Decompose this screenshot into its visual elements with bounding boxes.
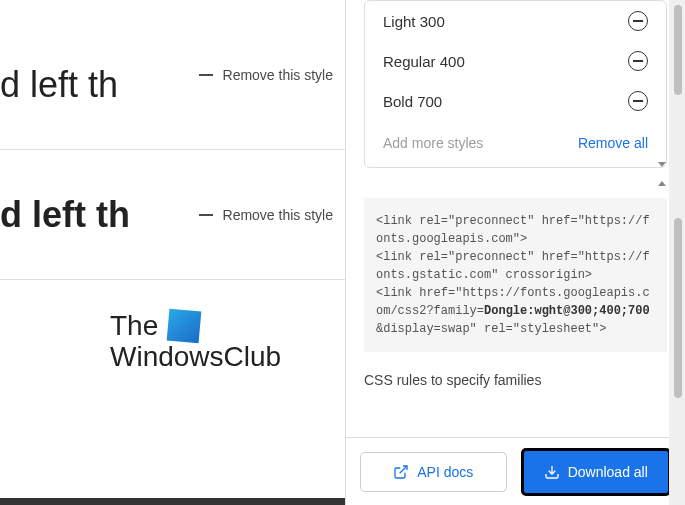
- right-sidebar-panel: Light 300 Regular 400 Bold 700 Add more …: [345, 0, 685, 505]
- download-all-button[interactable]: Download all: [521, 448, 672, 496]
- sample-text-light: d left th: [0, 64, 175, 106]
- external-link-icon: [393, 464, 409, 480]
- style-item: Light 300: [383, 1, 648, 41]
- style-label: Bold 700: [383, 93, 442, 110]
- remove-style-label: Remove this style: [223, 67, 333, 83]
- code-line: <link href="https://fonts.googleapis.com…: [376, 284, 655, 338]
- scrollbar-thumb[interactable]: [674, 5, 682, 95]
- code-line: <link rel="preconnect" href="https://fon…: [376, 212, 655, 248]
- minus-icon: [199, 214, 213, 216]
- left-preview-panel: d left th Remove this style d left th Re…: [0, 0, 345, 505]
- minus-icon: [199, 74, 213, 76]
- api-docs-button[interactable]: API docs: [360, 452, 507, 492]
- font-sample-row: d left th Remove this style: [0, 0, 345, 150]
- logo-text-line2: WindowsClub: [110, 342, 345, 371]
- selected-styles-box: Light 300 Regular 400 Bold 700 Add more …: [364, 0, 667, 168]
- svg-line-0: [400, 466, 407, 473]
- remove-style-circle-icon[interactable]: [628, 91, 648, 111]
- remove-style-circle-icon[interactable]: [628, 51, 648, 71]
- remove-all-link[interactable]: Remove all: [578, 135, 648, 151]
- download-icon: [544, 464, 560, 480]
- api-docs-label: API docs: [417, 464, 473, 480]
- footer-strip: [0, 498, 345, 505]
- logo-icon: [167, 309, 202, 344]
- inner-scrollbar[interactable]: [657, 160, 667, 188]
- remove-style-label: Remove this style: [223, 207, 333, 223]
- scrollbar-thumb[interactable]: [674, 218, 682, 398]
- remove-style-button[interactable]: Remove this style: [199, 67, 333, 83]
- style-label: Regular 400: [383, 53, 465, 70]
- remove-style-circle-icon[interactable]: [628, 11, 648, 31]
- style-item: Bold 700: [383, 81, 648, 121]
- style-label: Light 300: [383, 13, 445, 30]
- scroll-arrow-down-icon[interactable]: [658, 162, 666, 167]
- add-more-styles-link[interactable]: Add more styles: [383, 135, 483, 151]
- remove-style-button[interactable]: Remove this style: [199, 207, 333, 223]
- outer-scrollbar[interactable]: [669, 0, 685, 505]
- logo-area: The WindowsClub: [0, 280, 345, 371]
- bottom-action-bar: API docs Download all: [346, 437, 685, 505]
- scroll-arrow-up-icon[interactable]: [658, 181, 666, 186]
- font-sample-row: d left th Remove this style: [0, 150, 345, 280]
- css-rules-heading: CSS rules to specify families: [364, 372, 667, 388]
- logo-text-line1: The: [110, 311, 158, 340]
- download-all-label: Download all: [568, 464, 648, 480]
- style-item: Regular 400: [383, 41, 648, 81]
- embed-code-box[interactable]: <link rel="preconnect" href="https://fon…: [364, 198, 667, 352]
- sample-text-bold: d left th: [0, 194, 175, 236]
- code-line: <link rel="preconnect" href="https://fon…: [376, 248, 655, 284]
